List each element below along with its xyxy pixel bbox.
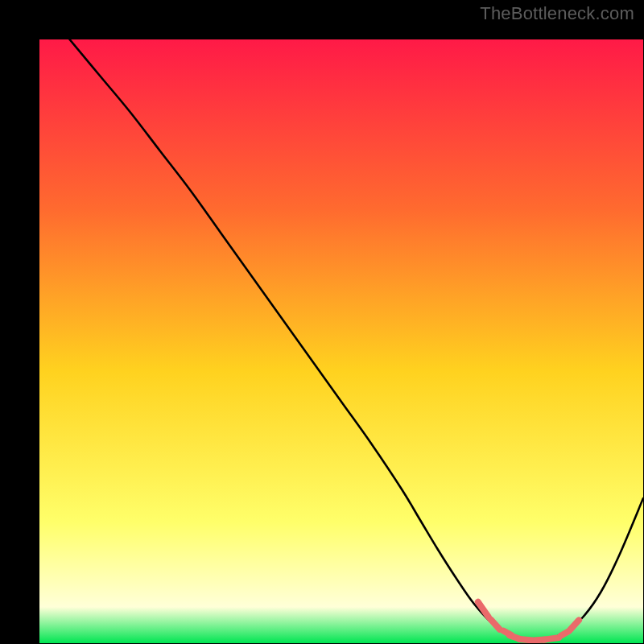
optimal-marker bbox=[519, 639, 535, 641]
bottleneck-plot bbox=[39, 39, 643, 643]
watermark-text: TheBottleneck.com bbox=[480, 3, 634, 24]
plot-frame bbox=[19, 19, 625, 625]
optimal-marker bbox=[544, 638, 559, 640]
gradient-background bbox=[39, 39, 643, 643]
optimal-marker bbox=[561, 631, 568, 635]
